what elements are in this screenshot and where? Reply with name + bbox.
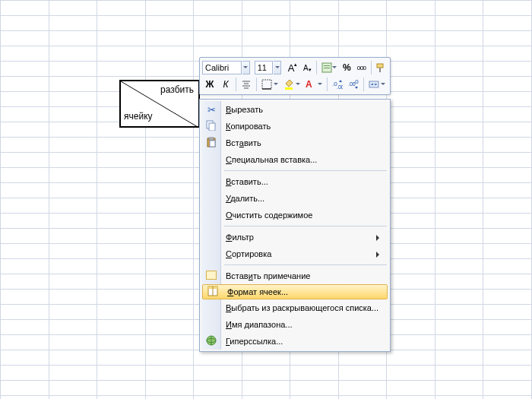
shrink-font-button[interactable]: A▾ bbox=[300, 60, 314, 75]
menu-item-label: Вставить bbox=[226, 138, 261, 147]
font-name-dropdown-icon[interactable] bbox=[242, 61, 250, 74]
svg-rect-19 bbox=[209, 123, 215, 131]
merge-icon bbox=[369, 79, 379, 90]
font-color-button[interactable]: A bbox=[303, 77, 325, 92]
menu-item-label: Вырезать bbox=[226, 105, 263, 114]
increase-decimal-icon: .0.00 bbox=[332, 79, 343, 90]
decrease-decimal-icon: .00.0 bbox=[348, 79, 359, 90]
menu-item-label: Вставить примечание bbox=[226, 271, 310, 280]
split-cell-bottom-text: ячейку bbox=[124, 111, 153, 122]
svg-rect-2 bbox=[324, 65, 330, 66]
menu-item-cut[interactable]: ✂ Вырезать bbox=[201, 101, 388, 118]
menu-item-insert[interactable]: Вставить... bbox=[201, 173, 388, 190]
menu-separator bbox=[224, 170, 387, 171]
menu-item-name-range[interactable]: Имя диапазона... bbox=[201, 316, 388, 333]
split-cell-top-text: разбить bbox=[160, 84, 194, 95]
clipboard-icon bbox=[204, 137, 218, 150]
copy-icon bbox=[204, 120, 218, 133]
menu-item-label: Фильтр bbox=[226, 233, 254, 242]
menu-item-copy[interactable]: Копировать bbox=[201, 118, 388, 135]
menu-item-paste-special[interactable]: Специальная вставка... bbox=[201, 151, 388, 168]
accounting-icon bbox=[321, 62, 332, 73]
svg-text:.0: .0 bbox=[353, 79, 359, 85]
hyperlink-icon bbox=[204, 335, 218, 348]
font-color-icon: A bbox=[306, 79, 312, 90]
svg-rect-5 bbox=[379, 68, 381, 72]
menu-item-label: Вставить... bbox=[226, 177, 268, 186]
svg-rect-3 bbox=[324, 68, 330, 68]
menu-item-sort[interactable]: Сортировка bbox=[201, 245, 388, 262]
mini-toolbar: Calibri 11 A▴ A▾ % 000 Ж К A bbox=[199, 57, 391, 95]
format-painter-button[interactable] bbox=[374, 60, 388, 75]
split-diagonal-cell[interactable]: разбить ячейку bbox=[119, 80, 200, 128]
svg-rect-10 bbox=[262, 80, 271, 89]
menu-item-paste[interactable]: Вставить bbox=[201, 135, 388, 151]
accounting-format-button[interactable] bbox=[319, 60, 339, 75]
italic-button[interactable]: К bbox=[218, 77, 233, 92]
percent-style-button[interactable]: % bbox=[340, 60, 353, 75]
font-size-dropdown-icon[interactable] bbox=[274, 61, 281, 74]
comma-style-button[interactable]: 000 bbox=[355, 60, 369, 75]
menu-item-filter[interactable]: Фильтр bbox=[201, 229, 388, 245]
menu-item-label: Очистить содержимое bbox=[226, 211, 312, 220]
grow-font-button[interactable]: A▴ bbox=[286, 60, 299, 75]
menu-item-pick-from-list[interactable]: Выбрать из раскрывающегося списка... bbox=[201, 299, 388, 316]
scissors-icon: ✂ bbox=[204, 104, 218, 116]
comment-icon bbox=[204, 271, 218, 282]
bucket-icon bbox=[283, 79, 294, 90]
svg-rect-22 bbox=[210, 141, 215, 147]
menu-item-label: Сортировка bbox=[226, 249, 271, 258]
paintbrush-icon bbox=[375, 62, 386, 73]
context-menu: ✂ Вырезать Копировать Вставить Специальн… bbox=[199, 99, 391, 352]
svg-rect-21 bbox=[209, 138, 214, 140]
menu-separator bbox=[224, 264, 387, 265]
menu-item-delete[interactable]: Удалить... bbox=[201, 190, 388, 207]
menu-item-label: Специальная вставка... bbox=[226, 155, 317, 164]
align-center-icon bbox=[241, 79, 252, 90]
menu-item-label: Выбрать из раскрывающегося списка... bbox=[226, 303, 378, 312]
menu-item-label: Копировать bbox=[226, 122, 271, 131]
svg-rect-12 bbox=[285, 87, 293, 90]
menu-item-hyperlink[interactable]: Гиперссылка... bbox=[201, 333, 388, 350]
font-name-combo[interactable]: Calibri bbox=[202, 61, 242, 74]
merge-center-button[interactable] bbox=[366, 77, 388, 92]
fill-color-button[interactable] bbox=[281, 77, 302, 92]
menu-item-format-cells[interactable]: Формат ячеек... bbox=[202, 284, 388, 299]
increase-decimal-button[interactable]: .0.00 bbox=[330, 77, 345, 92]
menu-item-label: Гиперссылка... bbox=[226, 337, 283, 346]
borders-icon bbox=[261, 79, 272, 90]
decrease-decimal-button[interactable]: .00.0 bbox=[346, 77, 361, 92]
borders-button[interactable] bbox=[259, 77, 280, 92]
menu-item-label: Имя диапазона... bbox=[226, 320, 293, 329]
bold-button[interactable]: Ж bbox=[202, 77, 217, 92]
menu-separator bbox=[224, 226, 387, 226]
svg-rect-17 bbox=[369, 81, 378, 87]
font-size-combo[interactable]: 11 bbox=[255, 61, 273, 74]
svg-rect-4 bbox=[377, 64, 383, 68]
menu-item-label: Удалить... bbox=[226, 194, 264, 203]
menu-item-insert-comment[interactable]: Вставить примечание bbox=[201, 268, 388, 284]
menu-item-clear-contents[interactable]: Очистить содержимое bbox=[201, 207, 388, 223]
align-center-button[interactable] bbox=[239, 77, 254, 92]
svg-text:.00: .00 bbox=[337, 84, 343, 90]
menu-item-label: Формат ячеек... bbox=[227, 287, 288, 296]
format-cells-icon bbox=[206, 286, 220, 299]
